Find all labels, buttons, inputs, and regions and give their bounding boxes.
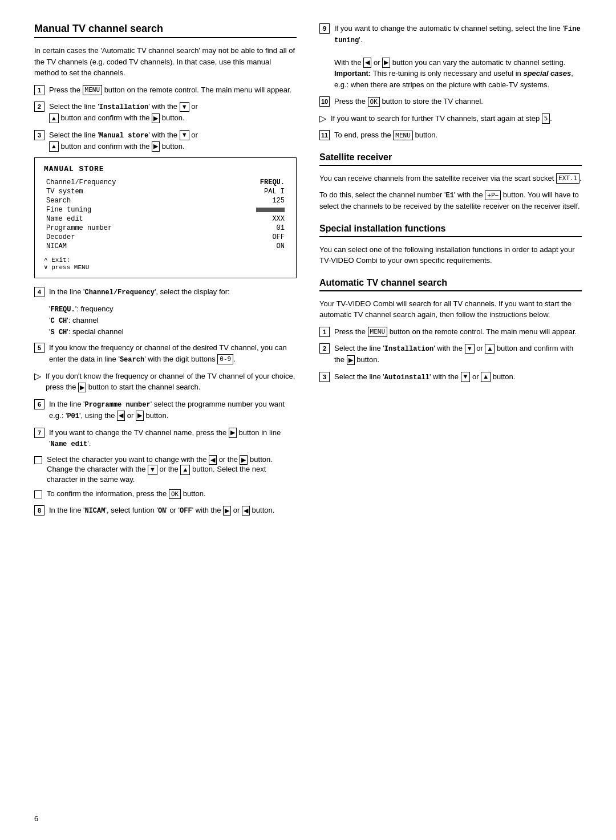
fine-tuning-val [212,205,287,214]
step-3: 3 Select the line 'Manual store' with th… [34,129,297,152]
page-number: 6 [34,814,38,823]
special-intro: You can select one of the following inst… [319,244,582,266]
step-5-content: If you know the frequency or channel of … [49,342,297,365]
satellite-intro: You can receive channels from the satell… [319,173,582,184]
auto-step-3-num: 3 [319,372,330,382]
table-row: Programme number 01 [44,224,287,233]
main-content: Manual TV channel search In certain case… [34,23,582,522]
step-8: 8 In the line 'NICAM', select funtion 'O… [34,505,297,516]
table-row: Name edit XXX [44,214,287,224]
step-1-content: Press the MENU button on the remote cont… [49,84,297,96]
step-10-note-content: If you want to search for further TV cha… [331,113,582,124]
step-5-num: 5 [34,343,44,353]
step-10-content: Press the OK button to store the TV chan… [334,96,582,107]
name-edit-label: Name edit [44,214,212,224]
left-btn3: ◀ [242,506,250,516]
note-arrow-icon2: ▷ [319,113,326,124]
checkbox-2-content: To confirm the information, press the OK… [47,489,297,499]
decoder-val: OFF [212,233,287,242]
right-column: 9 If you want to change the automatic tv… [319,23,582,522]
auto-search-section: Automatic TV channel search Your TV-VIDE… [319,278,582,383]
up-btn2: ▲ [485,344,495,354]
step-7: 7 If you want to change the TV channel n… [34,427,297,450]
up-arrow2: ▲ [49,141,59,151]
step-8-content: In the line 'NICAM', select funtion 'ON'… [49,505,297,516]
special-title: Special installation functions [319,224,582,237]
prog-num-label: Programme number [44,224,212,233]
tv-system-val: PAL I [212,187,287,196]
search-label: Search [44,196,212,205]
step-2-content: Select the line 'Installation' with the … [49,101,297,124]
auto-search-title: Automatic TV channel search [319,278,582,291]
step-4: 4 In the line 'Channel/Frequency', selec… [34,286,297,298]
step-6-num: 6 [34,399,44,409]
step-10-num: 10 [319,96,330,107]
up-btn3: ▲ [481,372,491,382]
auto-step-1-num: 1 [319,327,330,337]
left-btn4: ◀ [363,58,371,67]
step-2-num: 2 [34,102,44,112]
digit-key: 0-9 [217,354,233,364]
menu-key: MENU [83,85,103,95]
step-4-sub: 'FREQU.': frequency 'C CH': channel 'S C… [49,303,297,338]
menu-key3: MENU [368,327,388,336]
right-btn3: ▶ [229,428,237,437]
screen-title: MANUAL STORE [44,165,287,173]
col-header-channel: Channel/Frequency [44,178,212,187]
step-7-num: 7 [34,428,44,438]
down-btn2: ▼ [465,344,475,354]
step-9-num: 9 [319,23,330,34]
ok-key: OK [169,489,181,499]
step-3-num: 3 [34,130,44,140]
step-4-content: In the line 'Channel/Frequency', select … [49,286,297,298]
nicam-val: ON [212,242,287,251]
step-8-num: 8 [34,505,44,516]
right-btn: ▶ [78,383,86,392]
step-3-content: Select the line 'Manual store' with the … [49,129,297,152]
table-row: Decoder OFF [44,233,287,242]
right-arrow: ▶ [152,113,160,123]
name-edit-val: XXX [212,214,287,224]
auto-step-3: 3 Select the line 'Autoinstall' with the… [319,371,582,383]
table-row: Fine tuning [44,205,287,214]
right-btn6: ▶ [382,58,390,67]
auto-step-1: 1 Press the MENU button on the remote co… [319,326,582,338]
down-btn: ▼ [148,465,157,474]
section1-intro: In certain cases the 'Automatic TV chann… [34,45,297,79]
tv-system-label: TV system [44,187,212,196]
left-btn2: ◀ [209,455,217,465]
step-9: 9 If you want to change the automatic tv… [319,23,582,90]
table-row: TV system PAL I [44,187,287,196]
down-btn3: ▼ [461,372,471,382]
left-column: Manual TV channel search In certain case… [34,23,297,522]
search-val: 125 [212,196,287,205]
satellite-detail: To do this, select the channel number 'E… [319,189,582,212]
right-btn5: ▶ [223,506,231,516]
auto-step-2-num: 2 [319,343,330,354]
step-1: 1 Press the MENU button on the remote co… [34,84,297,96]
right-btn7: ▶ [347,355,355,365]
step-5-note: ▷ If you don't know the frequency or cha… [34,371,297,393]
table-row: Channel/Frequency FREQU. [44,178,287,187]
satellite-title: Satellite receiver [319,152,582,166]
step-9-content: If you want to change the automatic tv c… [334,23,582,90]
right-btn4: ▶ [240,455,248,465]
checkbox-icon-2 [34,490,42,498]
step-1-num: 1 [34,85,44,95]
step-6: 6 In the line 'Programme number' select … [34,399,297,421]
step-4-num: 4 [34,287,44,297]
step-2: 2 Select the line 'Installation' with th… [34,101,297,124]
right-arrow2: ▶ [152,141,160,151]
special-section: Special installation functions You can s… [319,224,582,266]
prog-num-val: 01 [212,224,287,233]
table-row: NICAM ON [44,242,287,251]
step5-ref: 5 [542,113,550,123]
table-row: Search 125 [44,196,287,205]
fine-tuning-label: Fine tuning [44,205,212,214]
auto-step-2: 2 Select the line 'Installation' with th… [319,343,582,366]
section1-title: Manual TV channel search [34,23,297,38]
auto-step-3-content: Select the line 'Autoinstall' with the ▼… [334,371,582,383]
screen-footer: ^ Exit:∨ press MENU [44,257,287,271]
ext1-key: EXT.1 [556,173,579,183]
step-10-note: ▷ If you want to search for further TV c… [319,113,582,124]
